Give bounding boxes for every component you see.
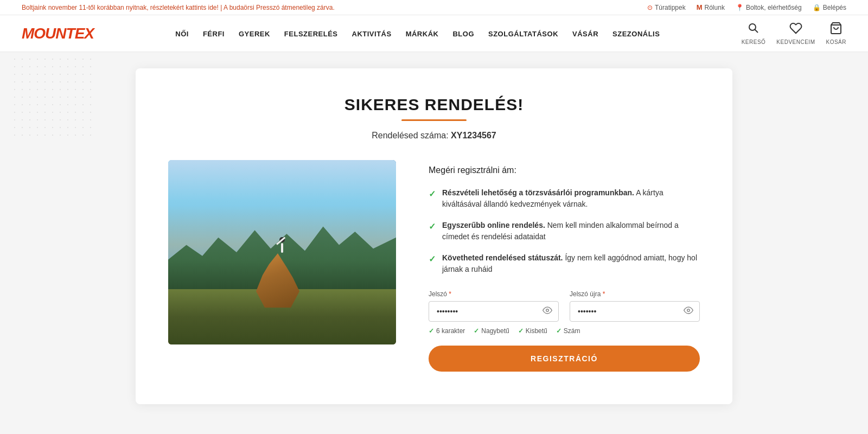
password-confirm-input[interactable] xyxy=(570,301,700,322)
favorites-button[interactable]: KEDVENCEIM xyxy=(776,22,815,45)
lock-icon: 🔒 xyxy=(813,4,821,11)
search-button[interactable]: KERESŐ xyxy=(742,22,766,45)
nav-vasar[interactable]: VÁSÁR xyxy=(572,30,598,38)
password-label: Jelszó * xyxy=(429,290,559,298)
page-content: SIKERES RENDELÉS! Rendelésed száma: XY12… xyxy=(136,68,732,404)
cart-icon xyxy=(829,22,843,38)
check-icon-1: ✓ xyxy=(429,188,436,201)
nav-icons: KERESŐ KEDVENCEIM KOSÁR xyxy=(742,22,846,45)
person-figure xyxy=(277,237,287,259)
top-links: ⊙ Túratippek M Rólunk 📍 Boltok, elérhető… xyxy=(647,3,846,11)
compass-icon: ⊙ xyxy=(647,4,653,11)
hint-szam: ✓ Szám xyxy=(556,327,580,335)
hint-kisbetu: ✓ Kisbetű xyxy=(518,327,547,335)
success-header: SIKERES RENDELÉS! Rendelésed száma: XY12… xyxy=(168,95,700,141)
svg-line-1 xyxy=(755,30,758,33)
promo-text[interactable]: Boltjaink november 11-től korábban nyitn… xyxy=(22,4,335,11)
benefit-text-2: Egyszerűbb online rendelés. Nem kell min… xyxy=(442,220,700,242)
validation-hints: ✓ 6 karakter ✓ Nagybetű ✓ Kisbetű ✓ Szám xyxy=(429,327,700,335)
benefit-item: ✓ Részvételi lehetőség a törzsvásárlói p… xyxy=(429,187,700,210)
password-confirm-wrapper xyxy=(570,301,700,322)
password-confirm-toggle-icon[interactable] xyxy=(684,305,693,317)
password-confirm-field-group: Jelszó újra * xyxy=(570,290,700,322)
check-icon-2: ✓ xyxy=(429,220,436,233)
nav-noi[interactable]: NŐI xyxy=(175,30,189,38)
benefit-item: ✓ Egyszerűbb online rendelés. Nem kell m… xyxy=(429,220,700,242)
announcement-bar: Boltjaink november 11-től korábban nyitn… xyxy=(0,0,868,15)
nav-felszereles[interactable]: FELSZERELÉS xyxy=(284,30,338,38)
title-underline xyxy=(401,119,467,121)
benefit-list: ✓ Részvételi lehetőség a törzsvásárlói p… xyxy=(429,187,700,275)
svg-point-4 xyxy=(687,309,690,312)
content-area: Megéri regisztrálni ám: ✓ Részvételi leh… xyxy=(168,160,700,372)
turatippek-link[interactable]: ⊙ Túratippek xyxy=(647,4,686,11)
m-logo-icon: M xyxy=(697,3,703,11)
benefit-text-3: Követheted rendelésed státuszát. Így nem… xyxy=(442,252,700,275)
nav-aktivitas[interactable]: AKTIVITÁS xyxy=(352,30,392,38)
hint-nagybetu: ✓ Nagybetű xyxy=(474,327,509,335)
boltok-link[interactable]: 📍 Boltok, elérhetőség xyxy=(736,4,802,11)
heart-icon xyxy=(789,22,802,38)
nav-blog[interactable]: BLOG xyxy=(452,30,474,38)
belepés-link[interactable]: 🔒 Belépés xyxy=(813,4,846,11)
nav-szolgaltatasok[interactable]: SZOLGÁLTATÁSOK xyxy=(488,30,558,38)
cart-button[interactable]: KOSÁR xyxy=(826,22,846,45)
main-nav: MOUNTEX NŐI FÉRFI GYEREK FELSZERELÉS AKT… xyxy=(0,15,868,52)
success-title: SIKERES RENDELÉS! xyxy=(168,95,700,114)
password-field-group: Jelszó * xyxy=(429,290,559,322)
check-icon-3: ✓ xyxy=(429,253,436,266)
password-confirm-label: Jelszó újra * xyxy=(570,290,700,298)
nav-menu: NŐI FÉRFI GYEREK FELSZERELÉS AKTIVITÁS M… xyxy=(175,29,660,39)
nav-ferfi[interactable]: FÉRFI xyxy=(203,30,225,38)
nav-szezonalis[interactable]: SZEZONÁLIS xyxy=(612,30,660,38)
register-section: Megéri regisztrálni ám: ✓ Részvételi leh… xyxy=(429,160,700,372)
register-prompt: Megéri regisztrálni ám: xyxy=(429,165,700,175)
hero-image xyxy=(168,160,396,344)
benefit-text-1: Részvételi lehetőség a törzsvásárlói pro… xyxy=(442,187,700,210)
password-input[interactable] xyxy=(429,301,559,322)
nav-gyerek[interactable]: GYEREK xyxy=(239,30,270,38)
password-wrapper xyxy=(429,301,559,322)
logo[interactable]: MOUNTEX xyxy=(22,25,94,42)
svg-point-0 xyxy=(749,24,756,30)
order-number-text: Rendelésed száma: XY1234567 xyxy=(168,131,700,141)
svg-point-3 xyxy=(546,309,549,312)
rolunk-link[interactable]: M Rólunk xyxy=(697,3,725,11)
benefit-item: ✓ Követheted rendelésed státuszát. Így n… xyxy=(429,252,700,275)
password-toggle-icon[interactable] xyxy=(542,305,552,317)
search-icon xyxy=(747,22,760,38)
register-button[interactable]: REGISZTRÁCIÓ xyxy=(429,346,700,372)
password-fields: Jelszó * Je xyxy=(429,290,700,322)
nav-markak[interactable]: MÁRKÁK xyxy=(406,30,439,38)
hint-6karakter: ✓ 6 karakter xyxy=(429,327,465,335)
location-icon: 📍 xyxy=(736,4,744,11)
arm xyxy=(276,237,285,245)
